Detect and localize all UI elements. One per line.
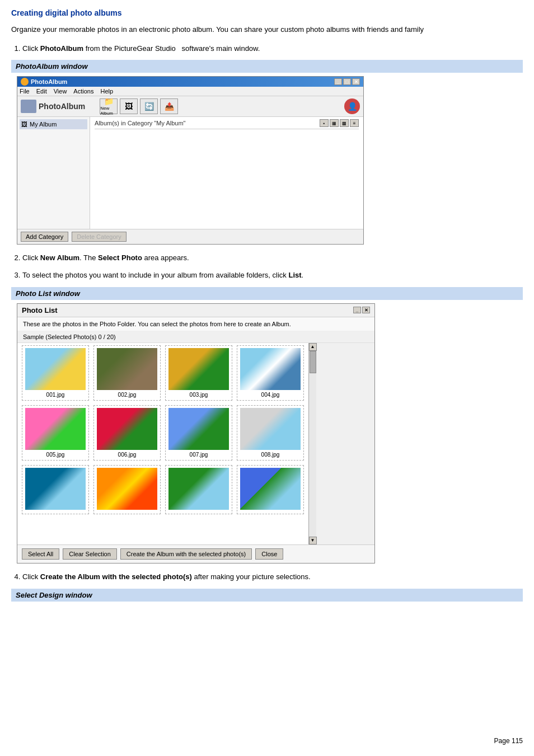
new-album-button[interactable]: 📁 New Album <box>100 98 118 114</box>
photo-007[interactable]: 007.jpg <box>165 405 232 461</box>
clear-selection-button[interactable]: Clear Selection <box>63 548 117 560</box>
photo-003-label: 003.jpg <box>190 392 208 398</box>
photo-006-thumb <box>97 408 157 450</box>
step-4: Click Create the Album with the selected… <box>22 571 523 583</box>
photo-row-1: 001.jpg 002.jpg 003.jpg 004.jpg <box>22 345 304 401</box>
select-all-button[interactable]: Select All <box>22 548 59 560</box>
photo-row-2: 005.jpg 006.jpg 007.jpg 008.jpg <box>22 405 304 461</box>
view-btn-4[interactable]: ≡ <box>350 119 359 127</box>
step-3: To select the photos you want to include… <box>22 270 523 281</box>
photo-005-label: 005.jpg <box>46 452 65 458</box>
delete-category-button[interactable]: Delete Category <box>72 232 127 242</box>
photo-004-label: 004.jpg <box>261 392 280 398</box>
photo-010-thumb <box>97 468 157 510</box>
step2-bold2: Select Photo <box>98 253 142 262</box>
photo-007-thumb <box>168 408 229 450</box>
photo-grid-scrollbar[interactable]: ▲ ▼ <box>308 343 316 544</box>
photo-008-label: 008.jpg <box>261 452 280 458</box>
photo-002-thumb <box>97 348 157 390</box>
photo-007-label: 007.jpg <box>190 452 208 458</box>
album-main: Album(s) in Category "My Album" ▪ ▦ ▩ ≡ <box>90 117 363 229</box>
photolist-controls[interactable]: _ ✕ <box>353 307 370 313</box>
photo-001[interactable]: 001.jpg <box>22 345 89 401</box>
menubar: File Edit View Actions Help <box>17 87 363 96</box>
new-album-icon: 📁 <box>104 97 114 105</box>
album-sidebar: 🖼 My Album <box>17 117 90 229</box>
toolbar-btn-2[interactable]: 🖼 <box>120 98 138 114</box>
photoalbum-window: PhotoAlbum _ □ ✕ File Edit View Actions … <box>17 76 364 245</box>
toolbar-icon-4: 📤 <box>165 102 174 110</box>
user-icon: 👤 <box>344 98 360 114</box>
photo-005-thumb <box>25 408 86 450</box>
photo-011[interactable] <box>165 465 232 514</box>
photoalbum-title-text: PhotoAlbum <box>31 78 67 85</box>
my-album-item[interactable]: 🖼 My Album <box>20 119 87 129</box>
photo-003[interactable]: 003.jpg <box>165 345 232 401</box>
menu-actions[interactable]: Actions <box>73 88 93 95</box>
restore-button[interactable]: □ <box>343 78 351 85</box>
photo-008-thumb <box>240 408 301 450</box>
photolist-footer: Select All Clear Selection Create the Al… <box>17 544 374 563</box>
photolist-info: These are the photos in the Photo Folder… <box>17 317 374 331</box>
step-2: Click New Album. The Select Photo area a… <box>22 252 523 264</box>
photo-009-thumb <box>25 468 86 510</box>
photo-008[interactable]: 008.jpg <box>237 405 304 461</box>
scroll-down-arrow[interactable]: ▼ <box>309 537 317 544</box>
scroll-track[interactable] <box>310 351 316 537</box>
photoalbum-titlebar: PhotoAlbum _ □ ✕ <box>17 77 363 87</box>
scroll-up-arrow[interactable]: ▲ <box>309 343 317 351</box>
scroll-thumb[interactable] <box>310 351 316 373</box>
menu-view[interactable]: View <box>54 88 67 95</box>
photo-003-thumb <box>168 348 229 390</box>
create-album-button[interactable]: Create the Album with the selected photo… <box>120 548 252 560</box>
photolist-section-header: Photo List window <box>11 287 523 300</box>
photo-002-label: 002.jpg <box>118 392 137 398</box>
photo-004-thumb <box>240 348 301 390</box>
menu-edit[interactable]: Edit <box>36 88 47 95</box>
pl-close-btn[interactable]: ✕ <box>362 307 370 313</box>
album-sidebar-icon: 🖼 <box>21 121 27 128</box>
category-text: Album(s) in Category "My Album" <box>95 120 185 126</box>
photo-011-thumb <box>168 468 229 510</box>
photo-001-label: 001.jpg <box>46 392 65 398</box>
toolbar-icon-3: 🔄 <box>144 102 154 110</box>
menu-file[interactable]: File <box>20 88 30 95</box>
view-btn-3[interactable]: ▩ <box>340 119 349 127</box>
step2-bold1: New Album <box>40 253 79 262</box>
minimize-button[interactable]: _ <box>334 78 342 85</box>
photo-005[interactable]: 005.jpg <box>22 405 89 461</box>
view-buttons: ▪ ▦ ▩ ≡ <box>320 119 359 127</box>
app-logo-icon <box>21 100 36 113</box>
window-controls[interactable]: _ □ ✕ <box>334 78 360 85</box>
photo-012-thumb <box>240 468 301 510</box>
photo-012[interactable] <box>237 465 304 514</box>
close-button[interactable]: ✕ <box>352 78 360 85</box>
new-album-label: New Album <box>100 106 117 116</box>
photo-009[interactable] <box>22 465 89 514</box>
album-main-header: Album(s) in Category "My Album" ▪ ▦ ▩ ≡ <box>95 119 359 129</box>
photo-006[interactable]: 006.jpg <box>93 405 161 461</box>
photo-010[interactable] <box>93 465 161 514</box>
add-category-button[interactable]: Add Category <box>21 232 68 242</box>
titlebar-icon <box>21 78 29 86</box>
step1-bold: PhotoAlbum <box>40 44 83 53</box>
photo-006-label: 006.jpg <box>118 452 137 458</box>
toolbar-btn-3[interactable]: 🔄 <box>140 98 158 114</box>
photo-002[interactable]: 002.jpg <box>93 345 161 401</box>
intro-text: Organize your memorable photos in an ele… <box>11 24 523 35</box>
pl-minimize-btn[interactable]: _ <box>353 307 361 313</box>
step3-bold: List <box>288 271 301 279</box>
menu-help[interactable]: Help <box>100 88 113 95</box>
photo-grid-outer: 001.jpg 002.jpg 003.jpg 004.jpg <box>17 343 374 544</box>
page-title: Creating digital photo albums <box>11 8 523 17</box>
step4-bold: Create the Album with the selected photo… <box>40 572 192 581</box>
album-footer: Add Category Delete Category <box>17 229 363 244</box>
close-button[interactable]: Close <box>255 548 283 560</box>
toolbar-btn-4[interactable]: 📤 <box>160 98 178 114</box>
photo-004[interactable]: 004.jpg <box>237 345 304 401</box>
view-btn-2[interactable]: ▦ <box>330 119 339 127</box>
toolbar-icons: 📁 New Album 🖼 🔄 📤 <box>100 98 178 114</box>
album-content: 🖼 My Album Album(s) in Category "My Albu… <box>17 117 363 229</box>
view-btn-1[interactable]: ▪ <box>320 119 329 127</box>
page-number: Page 115 <box>494 737 523 745</box>
